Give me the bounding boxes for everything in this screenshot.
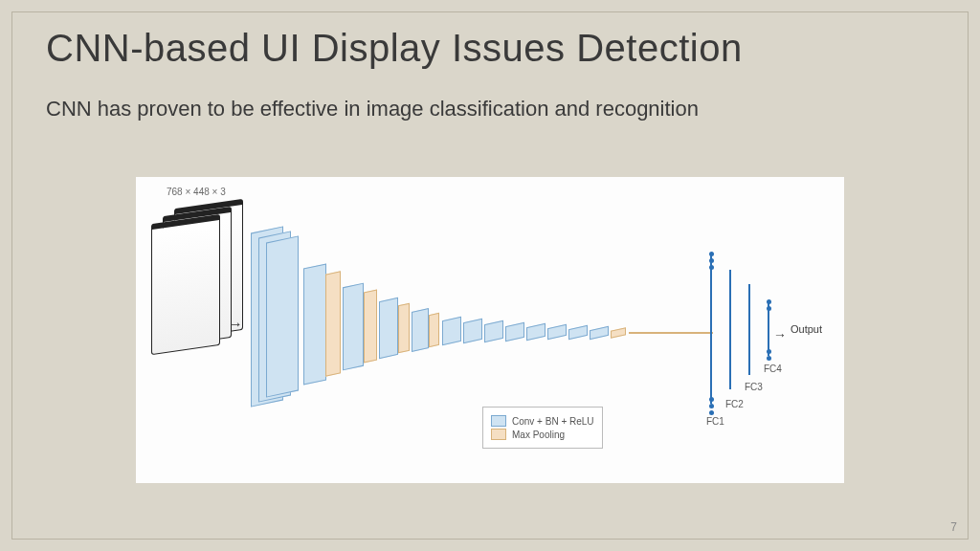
conv-pool-blocks — [251, 230, 710, 421]
pool-layer — [325, 271, 341, 376]
conv-layer — [303, 263, 326, 385]
input-dimensions-label: 768 × 448 × 3 — [167, 187, 226, 197]
cnn-architecture-diagram: 768 × 448 × 3 → — [136, 177, 844, 483]
legend-conv-label: Conv + BN + ReLU — [512, 416, 594, 427]
slide-title: CNN-based UI Display Issues Detection — [46, 27, 743, 70]
output-label: Output — [791, 323, 822, 335]
conv-layer — [442, 317, 461, 345]
slide-subtitle: CNN has proven to be effective in image … — [46, 96, 934, 123]
fc-layer — [768, 303, 769, 356]
pool-layer — [364, 290, 377, 364]
fc-label: FC2 — [725, 399, 744, 409]
conv-layer — [412, 308, 429, 352]
legend-pool-label: Max Pooling — [512, 430, 565, 440]
pool-layer — [429, 313, 439, 347]
conv-layer — [590, 326, 609, 340]
conv-swatch-icon — [491, 415, 506, 427]
conv-layer — [547, 324, 567, 340]
pool-layer — [611, 327, 626, 338]
flatten-connector — [629, 332, 713, 334]
fc-layer — [748, 284, 750, 375]
conv-layer — [484, 320, 503, 342]
legend: Conv + BN + ReLU Max Pooling — [482, 407, 603, 449]
arrow-right-icon: → — [228, 316, 243, 333]
conv-layer — [568, 325, 588, 340]
fc-label: FC3 — [745, 382, 763, 392]
page-number: 7 — [950, 520, 957, 534]
input-screenshot-icon — [151, 214, 220, 355]
conv-layer — [343, 283, 364, 371]
pool-swatch-icon — [491, 429, 506, 440]
fc-label: FC4 — [764, 364, 782, 374]
pool-layer — [398, 303, 410, 354]
conv-layer — [526, 323, 546, 341]
fc-layer — [710, 255, 712, 404]
fc-label: FC1 — [706, 416, 724, 427]
fc-layer — [729, 270, 731, 389]
conv-layer — [379, 298, 398, 359]
fully-connected-layers — [710, 255, 825, 447]
arrow-right-icon: → — [773, 327, 787, 342]
conv-layer — [463, 319, 482, 343]
input-images-stack — [145, 204, 241, 347]
conv-layer — [266, 235, 299, 397]
conv-layer — [505, 322, 524, 342]
